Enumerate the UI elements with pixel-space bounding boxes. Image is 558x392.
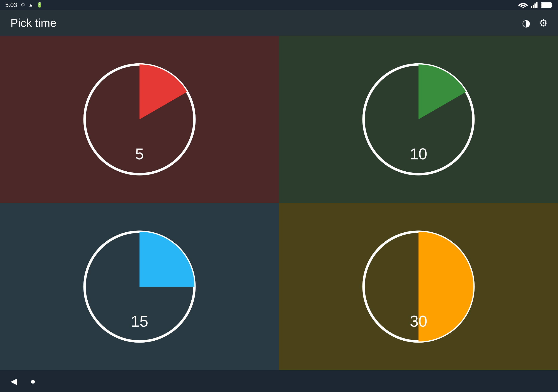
wifi-icon — [518, 2, 528, 8]
svg-rect-2 — [533, 5, 534, 8]
status-bar: 5:03 ⚙ ▲ 🔋 — [0, 0, 558, 10]
alert-status-icon: ▲ — [28, 2, 33, 8]
page-title: Pick time — [10, 16, 56, 29]
time-picker-grid: 5 10 15 — [0, 36, 558, 370]
bottom-nav: ◀ ● — [0, 370, 558, 392]
timer-circle-10: 10 — [357, 58, 480, 180]
status-bar-right — [518, 2, 553, 8]
app-bar: Pick time ◑ ⚙ — [0, 10, 558, 36]
home-button[interactable]: ● — [30, 376, 35, 386]
timer-circle-5: 5 — [78, 58, 201, 180]
svg-point-0 — [523, 7, 524, 8]
svg-rect-3 — [534, 3, 536, 8]
timer-value-5: 5 — [135, 145, 144, 163]
back-button[interactable]: ◀ — [10, 376, 17, 386]
timer-circle-15: 15 — [78, 226, 201, 348]
timer-cell-15[interactable]: 15 — [0, 203, 279, 370]
battery-nav-icon — [541, 2, 553, 8]
brightness-icon[interactable]: ◑ — [522, 17, 530, 28]
status-time: 5:03 — [5, 1, 17, 9]
timer-circle-30: 30 — [357, 226, 480, 348]
svg-rect-4 — [536, 2, 538, 8]
svg-rect-1 — [531, 6, 532, 8]
timer-cell-10[interactable]: 10 — [279, 36, 558, 203]
settings-status-icon: ⚙ — [21, 2, 25, 8]
timer-cell-5[interactable]: 5 — [0, 36, 279, 203]
svg-rect-7 — [541, 3, 551, 7]
timer-cell-30[interactable]: 30 — [279, 203, 558, 370]
timer-value-10: 10 — [410, 145, 427, 163]
settings-icon[interactable]: ⚙ — [539, 17, 548, 28]
timer-value-15: 15 — [131, 312, 148, 330]
status-bar-left: 5:03 ⚙ ▲ 🔋 — [5, 1, 43, 9]
battery-status-icon: 🔋 — [37, 2, 43, 8]
timer-value-30: 30 — [410, 312, 427, 330]
signal-icon — [531, 2, 538, 8]
svg-rect-6 — [551, 4, 552, 6]
app-bar-actions: ◑ ⚙ — [522, 17, 548, 28]
